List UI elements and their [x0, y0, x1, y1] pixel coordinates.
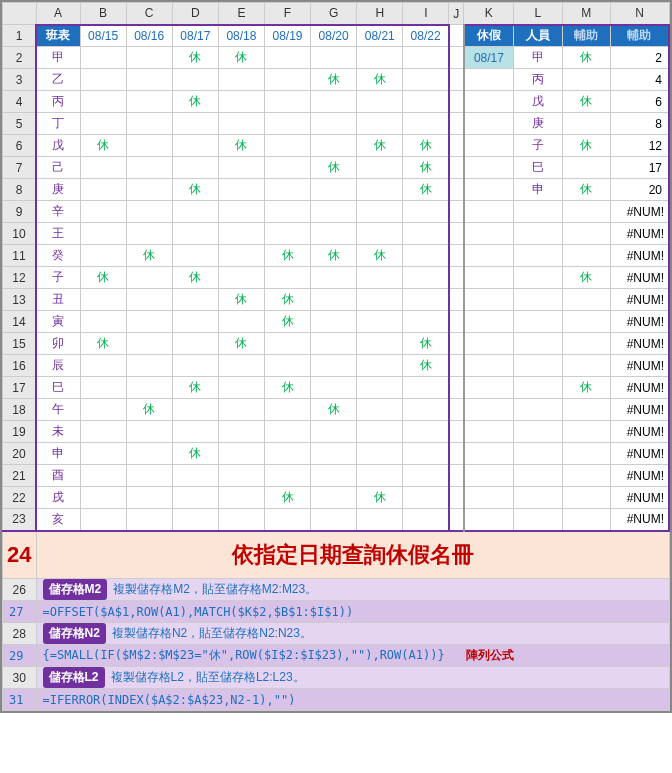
- col-header-I[interactable]: I: [403, 3, 449, 25]
- schedule-cell[interactable]: [311, 487, 357, 509]
- schedule-cell[interactable]: 休: [264, 377, 310, 399]
- result-num[interactable]: 4: [610, 69, 669, 91]
- schedule-cell[interactable]: [403, 421, 449, 443]
- schedule-cell[interactable]: [80, 113, 126, 135]
- date-header[interactable]: 08/19: [264, 25, 310, 47]
- error-cell[interactable]: #NUM!: [610, 421, 669, 443]
- schedule-cell[interactable]: 休: [172, 443, 218, 465]
- schedule-cell[interactable]: [403, 465, 449, 487]
- cell[interactable]: [562, 399, 610, 421]
- col-header-M[interactable]: M: [562, 3, 610, 25]
- row-header-15[interactable]: 15: [3, 333, 37, 355]
- schedule-cell[interactable]: [403, 487, 449, 509]
- cell[interactable]: [464, 421, 514, 443]
- schedule-cell[interactable]: [172, 399, 218, 421]
- col-header-A[interactable]: A: [36, 3, 80, 25]
- result-name[interactable]: 申: [514, 179, 562, 201]
- schedule-cell[interactable]: 休: [403, 333, 449, 355]
- schedule-cell[interactable]: [126, 179, 172, 201]
- schedule-cell[interactable]: [80, 509, 126, 531]
- schedule-cell[interactable]: [172, 245, 218, 267]
- col-header-J[interactable]: J: [449, 3, 464, 25]
- schedule-cell[interactable]: [264, 399, 310, 421]
- name-cell[interactable]: 巳: [36, 377, 80, 399]
- schedule-cell[interactable]: [80, 245, 126, 267]
- cell[interactable]: [464, 377, 514, 399]
- schedule-cell[interactable]: [218, 509, 264, 531]
- schedule-cell[interactable]: [172, 355, 218, 377]
- schedule-cell[interactable]: 休: [264, 311, 310, 333]
- cell[interactable]: [464, 201, 514, 223]
- schedule-cell[interactable]: 休: [264, 289, 310, 311]
- date-header[interactable]: 08/15: [80, 25, 126, 47]
- result-rest[interactable]: 休: [562, 47, 610, 69]
- schedule-cell[interactable]: [357, 91, 403, 113]
- schedule-cell[interactable]: [357, 223, 403, 245]
- row-header-7[interactable]: 7: [3, 157, 37, 179]
- result-num[interactable]: 12: [610, 135, 669, 157]
- row-header-13[interactable]: 13: [3, 289, 37, 311]
- schedule-cell[interactable]: 休: [311, 399, 357, 421]
- cell[interactable]: [464, 289, 514, 311]
- lookup-date-input[interactable]: 08/17: [464, 47, 514, 69]
- schedule-cell[interactable]: [126, 377, 172, 399]
- schedule-cell[interactable]: [172, 201, 218, 223]
- cell[interactable]: [464, 157, 514, 179]
- schedule-cell[interactable]: 休: [403, 157, 449, 179]
- schedule-cell[interactable]: [357, 157, 403, 179]
- schedule-cell[interactable]: [403, 399, 449, 421]
- cell[interactable]: [562, 201, 610, 223]
- cell[interactable]: [464, 267, 514, 289]
- schedule-cell[interactable]: [80, 311, 126, 333]
- schedule-cell[interactable]: [218, 399, 264, 421]
- result-num[interactable]: 17: [610, 157, 669, 179]
- cell[interactable]: [514, 333, 562, 355]
- row-header-27[interactable]: 27: [3, 601, 37, 623]
- error-cell[interactable]: #NUM!: [610, 443, 669, 465]
- schedule-cell[interactable]: 休: [80, 135, 126, 157]
- cell[interactable]: [514, 267, 562, 289]
- schedule-cell[interactable]: [172, 487, 218, 509]
- schedule-cell[interactable]: 休: [311, 157, 357, 179]
- name-cell[interactable]: 乙: [36, 69, 80, 91]
- schedule-cell[interactable]: [264, 223, 310, 245]
- spreadsheet-grid[interactable]: ABCDEFGHIJKLMN1班表08/1508/1608/1708/1808/…: [2, 2, 670, 711]
- schedule-cell[interactable]: [172, 157, 218, 179]
- schedule-cell[interactable]: [264, 509, 310, 531]
- result-name[interactable]: 庚: [514, 113, 562, 135]
- schedule-cell[interactable]: 休: [126, 399, 172, 421]
- cell[interactable]: [464, 465, 514, 487]
- schedule-cell[interactable]: [403, 443, 449, 465]
- schedule-cell[interactable]: [403, 289, 449, 311]
- result-name[interactable]: 子: [514, 135, 562, 157]
- schedule-cell[interactable]: [126, 487, 172, 509]
- row-header-9[interactable]: 9: [3, 201, 37, 223]
- schedule-cell[interactable]: 休: [403, 179, 449, 201]
- cell[interactable]: [514, 399, 562, 421]
- schedule-cell[interactable]: [218, 465, 264, 487]
- col-header-B[interactable]: B: [80, 3, 126, 25]
- col-header-D[interactable]: D: [172, 3, 218, 25]
- schedule-cell[interactable]: [126, 91, 172, 113]
- name-cell[interactable]: 辰: [36, 355, 80, 377]
- schedule-cell[interactable]: [264, 179, 310, 201]
- cell[interactable]: [464, 113, 514, 135]
- error-cell[interactable]: #NUM!: [610, 333, 669, 355]
- schedule-cell[interactable]: [264, 91, 310, 113]
- schedule-cell[interactable]: [264, 113, 310, 135]
- schedule-cell[interactable]: 休: [80, 267, 126, 289]
- cell[interactable]: [514, 289, 562, 311]
- name-cell[interactable]: 酉: [36, 465, 80, 487]
- row-header-14[interactable]: 14: [3, 311, 37, 333]
- schedule-cell[interactable]: [126, 421, 172, 443]
- schedule-cell[interactable]: [172, 113, 218, 135]
- cell[interactable]: [514, 245, 562, 267]
- schedule-cell[interactable]: 休: [126, 245, 172, 267]
- cell[interactable]: [562, 355, 610, 377]
- cell[interactable]: [562, 245, 610, 267]
- schedule-cell[interactable]: [311, 443, 357, 465]
- cell[interactable]: [464, 179, 514, 201]
- cell[interactable]: [562, 421, 610, 443]
- schedule-cell[interactable]: [218, 91, 264, 113]
- col-header-C[interactable]: C: [126, 3, 172, 25]
